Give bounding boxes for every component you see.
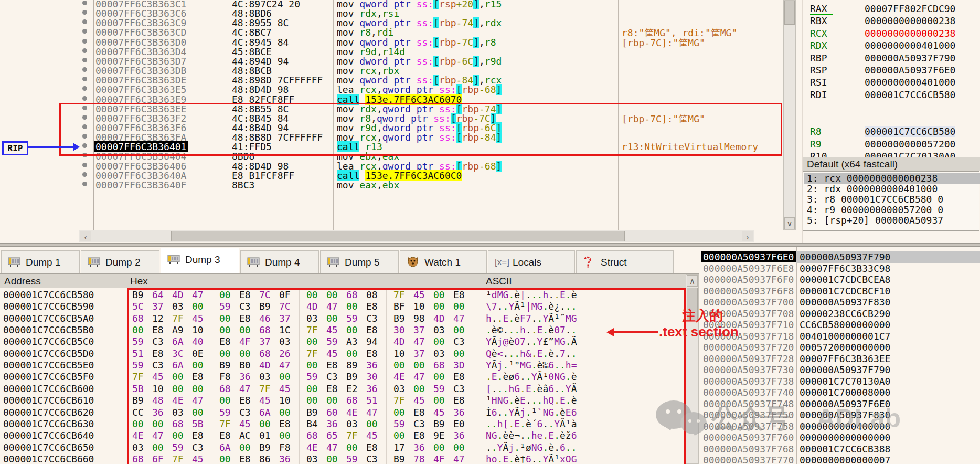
disasm-row[interactable]: 00007FF6C3B363E548:8D4D 98lea rcx,qword … (0, 84, 783, 94)
registers-pane: RAX00007FF802FCDC90RBX0000000000000238RC… (803, 0, 980, 243)
breakpoint-dot-icon[interactable] (82, 96, 87, 101)
disasm-row[interactable]: 00007FF6C3B363E9E8 82FCF8FFcall 153e.7FF… (0, 94, 783, 104)
breakpoint-dot-icon[interactable] (82, 48, 87, 53)
tab-label: Struct (601, 257, 627, 268)
stack-row[interactable]: 000000A50937F7580000000000400000 (700, 421, 980, 433)
register-row[interactable]: RCX0000000000000238 (803, 28, 980, 39)
breakpoint-dot-icon[interactable] (82, 86, 87, 91)
dump-scroll-up-icon[interactable]: ∧ (687, 275, 698, 287)
stack-row[interactable]: 000000A50937F7600000000000000000 (700, 432, 980, 444)
breakpoint-dot-icon[interactable] (82, 163, 87, 167)
stack-row[interactable]: 000000A50937F740000001C700008000 (700, 387, 980, 398)
breakpoint-dot-icon[interactable] (82, 67, 87, 72)
tab-dump-3[interactable]: Dump 3 (161, 248, 239, 273)
fastcall-arg-row[interactable]: 5: [rsp+20] 000000A50937 (804, 215, 980, 226)
register-row[interactable]: R90000000000057200 (803, 139, 980, 150)
disasm-row[interactable]: 00007FF6C3B363D04C:8945 84mov qword ptr … (0, 37, 783, 47)
dump-address: 000001C7CC6CB5E0 (3, 360, 94, 371)
stack-row[interactable]: 000000A50937F768000001C7CC6CB388 (700, 444, 980, 455)
fastcall-arg-row[interactable]: 3: r8 000001C7CC6CB580 0 (804, 194, 980, 205)
register-row[interactable]: RAX00007FF802FCDC90 (803, 3, 980, 15)
stack-value: 000000A50937F790 (800, 364, 890, 375)
calling-convention-header[interactable]: Default (x64 fastcall) (803, 157, 980, 171)
breakpoint-dot-icon[interactable] (82, 39, 87, 44)
stack-row[interactable]: 000000A50937F71800401000000001C7 (700, 331, 980, 342)
tab-struct[interactable]: Struct (576, 250, 674, 273)
fastcall-arg-row[interactable]: 1: rcx 0000000000000238 (804, 173, 980, 184)
register-row[interactable]: R8000001C7CC6CB580 (803, 126, 980, 138)
horizontal-splitter[interactable] (0, 243, 980, 247)
register-row[interactable]: RSI0000000000401000 (803, 77, 980, 88)
disasm-vscrollbar[interactable]: ∨ (783, 0, 796, 230)
disasm-hscrollbar[interactable]: ‹ › (79, 230, 754, 242)
stack-row[interactable]: 000000A50937F7700000000000000007 (700, 455, 980, 464)
stack-address: 000000A50937F750 (703, 409, 794, 420)
stack-row[interactable]: 000000A50937F710CC6CB58000000000 (700, 319, 980, 331)
dump-address: 000001C7CC6CB610 (3, 395, 94, 406)
disasm-row[interactable]: 00007FF6C3B3640F8BC3mov eax,ebx (0, 180, 783, 189)
breakpoint-dot-icon[interactable] (82, 29, 87, 34)
register-row[interactable]: RDX0000000000401000 (803, 40, 980, 51)
disasm-row[interactable]: 00007FF6C3B3640AE8 B1FCF8FFcall 153e.7FF… (0, 170, 783, 180)
stack-row[interactable]: 000000A50937F6F0000001C7CDCBCEA8 (700, 274, 980, 286)
tab-label: Locals (513, 257, 541, 268)
breakpoint-dot-icon[interactable] (82, 10, 87, 15)
instruction-bytes: 8BC3 (232, 180, 254, 191)
disasm-hscrollbar-thumb[interactable] (171, 231, 625, 241)
register-row[interactable]: RDI000001C7CC6CB580 (803, 89, 980, 101)
register-row[interactable]: RBP000000A50937F790 (803, 52, 980, 64)
stack-row[interactable]: 000000A50937F6F8000001C7CDCBCF10 (700, 286, 980, 297)
disasm-row[interactable]: 00007FF6C3B3640648:8D4D 98lea rcx,qword … (0, 161, 783, 171)
breakpoint-dot-icon[interactable] (82, 182, 87, 186)
dump-vscrollbar[interactable]: ∧ (686, 274, 699, 464)
tab-dump-4[interactable]: Dump 4 (240, 250, 319, 273)
fastcall-arg-row[interactable]: 4: r9 0000000000057200 0 (804, 205, 980, 215)
stack-row[interactable]: 000000A50937F7200005720000000000 (700, 342, 980, 353)
disasm-row[interactable]: 00007FF6C3B363CD4C:8BC7mov r8,rdir8:"筐MG… (0, 27, 783, 37)
tab-locals[interactable]: [x=]Locals (488, 250, 575, 273)
tab-dump-2[interactable]: Dump 2 (81, 250, 159, 273)
dump-table-header: Address Hex ASCII (0, 274, 686, 288)
register-value: 0000000000057200 (865, 139, 955, 150)
stack-row[interactable]: 000000A50937F72800007FF6C3B363EE (700, 353, 980, 365)
stack-row[interactable]: 000000A50937F748000000A50937F6E0 (700, 398, 980, 410)
breakpoint-dot-icon[interactable] (82, 1, 87, 5)
breakpoint-dot-icon[interactable] (82, 172, 87, 177)
tab-watch-1[interactable]: Watch 1 (400, 250, 487, 273)
stack-address: 000000A50937F6F8 (703, 286, 794, 297)
disasm-vscrollbar-thumb[interactable] (784, 1, 795, 25)
dump-tab-bar: Dump 1Dump 2Dump 3Dump 4Dump 5Watch 1[x=… (0, 247, 699, 274)
stack-row[interactable]: 000000A50937F6E800007FF6C3B33C98 (700, 263, 980, 275)
dump-header-hex: Hex (130, 276, 148, 287)
stack-value: 000001C7CC6CB388 (800, 444, 890, 455)
breakpoint-dot-icon[interactable] (82, 19, 87, 24)
breakpoint-dot-icon[interactable] (82, 77, 87, 81)
stack-row[interactable]: 000000A50937F738000001C7C70130A0 (700, 376, 980, 387)
stack-row[interactable]: 000000A50937F6E0000000A50937F790 (700, 251, 980, 263)
register-name: RDI (810, 89, 827, 100)
register-row[interactable]: RSP000000A50937F6E0 (803, 65, 980, 76)
disasm-scroll-down-icon[interactable]: ∨ (784, 217, 795, 229)
register-name: RDX (810, 40, 827, 51)
disasm-scroll-right-icon[interactable]: › (742, 231, 753, 241)
disasm-row[interactable]: 00007FF6C3B363C948:8955 8Cmov qword ptr … (0, 17, 783, 27)
disasm-row[interactable]: 00007FF6C3B363D445:8BCEmov r9d,r14d (0, 46, 783, 56)
fastcall-arg-row[interactable]: 2: rdx 0000000000401000 (804, 184, 980, 194)
register-row[interactable]: RBX0000000000000238 (803, 15, 980, 27)
stack-address: 000000A50937F720 (703, 342, 794, 353)
tab-label: Watch 1 (424, 257, 461, 268)
disasm-row[interactable]: 00007FF6C3B363DB48:8BCBmov rcx,rbx (0, 65, 783, 75)
stack-row[interactable]: 000000A50937F750000000A50937F830 (700, 409, 980, 421)
disasm-row[interactable]: 00007FF6C3B363DE48:898D 7CFFFFFFmov qwor… (0, 75, 783, 85)
breakpoint-dot-icon[interactable] (82, 58, 87, 62)
tab-dump-1[interactable]: Dump 1 (1, 250, 80, 273)
disasm-scroll-left-icon[interactable]: ‹ (80, 231, 91, 241)
disasm-row[interactable]: 00007FF6C3B363D744:894D 94mov dword ptr … (0, 56, 783, 66)
stack-row[interactable]: 000000A50937F730000000A50937F790 (700, 364, 980, 376)
tab-dump-5[interactable]: Dump 5 (320, 250, 399, 273)
stack-address: 000000A50937F728 (703, 353, 794, 364)
disasm-row[interactable]: 00007FF6C3B363C14C:897C24 20mov qword pt… (0, 0, 783, 8)
stack-row[interactable]: 000000A50937F700000000A50937F830 (700, 297, 980, 308)
stack-row[interactable]: 000000A50937F70800000238CC6CB290 (700, 308, 980, 320)
disasm-row[interactable]: 00007FF6C3B363C648:8BD6mov rdx,rsi (0, 8, 783, 18)
